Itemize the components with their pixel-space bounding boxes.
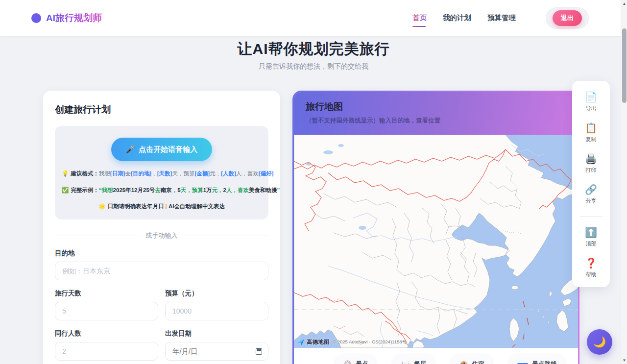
legend-label: 景点 <box>356 360 368 364</box>
star-icon: 🌟 <box>98 203 105 209</box>
destination-label: 目的地 <box>55 249 268 258</box>
navbar: AI旅行规划师 首页 我的计划 预算管理 退出 <box>0 0 627 36</box>
hint-format: 💡建议格式：我想[日期]去[目的地]，[天数]天，预算[金额]元，[人数]人，喜… <box>62 170 262 178</box>
print-button[interactable]: 🖨️ 打印 <box>585 153 597 174</box>
days-label: 旅行天数 <box>55 289 158 298</box>
copy-button[interactable]: 📋 复制 <box>585 122 597 143</box>
voice-input-box: 🎤 点击开始语音输入 💡建议格式：我想[日期]去[目的地]，[天数]天，预算[金… <box>55 126 268 219</box>
china-map-graphic <box>294 135 578 348</box>
question-mark-icon: ❓ <box>585 258 597 268</box>
toolbar-divider <box>580 216 603 217</box>
nav-item-budget[interactable]: 预算管理 <box>487 13 516 23</box>
hint-example: ✅完整示例：“我想2025年12月25号去南京，5天，预算1万元，2人，喜欢美食… <box>62 186 262 194</box>
check-icon: ✅ <box>62 187 69 193</box>
map-legend: 🎡 景点 🍽️ 餐厅 🏨 住宿 景点路线 <box>294 348 578 364</box>
lightbulb-icon: 💡 <box>62 170 69 176</box>
nav-item-home[interactable]: 首页 <box>412 13 427 23</box>
link-icon: 🔗 <box>585 184 597 195</box>
page: AI旅行规划师 首页 我的计划 预算管理 退出 让AI帮你规划完美旅行 只需告诉… <box>0 0 627 364</box>
destination-input[interactable] <box>55 262 268 280</box>
travel-map-card: 旅行地图 （暂不支持国外路线显示）输入目的地，查看位置 <box>292 91 579 364</box>
legend-label: 景点路线 <box>532 360 556 364</box>
travel-map-inner: 旅行地图 （暂不支持国外路线显示）输入目的地，查看位置 <box>294 92 578 364</box>
restaurant-icon: 🍽️ <box>401 360 410 364</box>
page-title: 让AI帮你规划完美旅行 <box>0 39 627 59</box>
app-logo: AI旅行规划师 <box>31 12 102 24</box>
legend-attractions[interactable]: 🎡 景点 <box>336 355 375 364</box>
legend-route[interactable]: 景点路线 <box>510 355 564 364</box>
page-scrollbar[interactable]: ▲ ▼ <box>621 0 627 364</box>
microphone-icon: 🎤 <box>126 145 135 154</box>
map-subtitle: （暂不支持国外路线显示）输入目的地，查看位置 <box>306 117 566 125</box>
date-input[interactable]: 年/月/日 <box>165 342 268 361</box>
map-header: 旅行地图 （暂不支持国外路线显示）输入目的地，查看位置 <box>294 92 578 135</box>
nav-item-my-plans[interactable]: 我的计划 <box>443 13 471 23</box>
divider-line <box>185 236 268 236</box>
ferris-wheel-icon: 🎡 <box>343 360 352 364</box>
amap-copyright: © 2025 AutoNavi - GS(2024)1158号 <box>333 339 407 345</box>
hotel-icon: 🏨 <box>459 360 468 364</box>
app-title: AI旅行规划师 <box>46 12 102 24</box>
map-title: 旅行地图 <box>306 100 566 113</box>
legend-restaurants[interactable]: 🍽️ 餐厅 <box>394 355 433 364</box>
legend-label: 餐厅 <box>414 360 426 364</box>
moon-icon: 🌙 <box>593 336 606 348</box>
amap-logo-icon <box>297 339 305 346</box>
scroll-down-arrow-icon[interactable]: ▼ <box>621 358 627 363</box>
nav-links: 首页 我的计划 预算管理 退出 <box>412 7 589 29</box>
legend-hotels[interactable]: 🏨 住宿 <box>452 355 491 364</box>
voice-input-button[interactable]: 🎤 点击开始语音输入 <box>111 138 212 161</box>
people-input[interactable] <box>55 342 158 361</box>
voice-button-label: 点击开始语音输入 <box>139 145 197 154</box>
legend-label: 住宿 <box>472 360 484 364</box>
amap-brand-text: 高德地图 <box>307 339 329 346</box>
calendar-icon[interactable] <box>256 348 262 355</box>
floating-toolbar: 📄 导出 📋 复制 🖨️ 打印 🔗 分享 ⬆️ 顶部 ❓ 帮助 <box>572 81 610 287</box>
amap-attribution: 高德地图 © 2025 AutoNavi - GS(2024)1158号 <box>297 339 407 346</box>
scrollbar-thumb[interactable] <box>622 28 627 103</box>
budget-label: 预算（元） <box>165 289 268 298</box>
logout-pill: 退出 <box>546 7 589 29</box>
budget-input[interactable] <box>165 302 268 320</box>
create-plan-card: 创建旅行计划 🎤 点击开始语音输入 💡建议格式：我想[日期]去[目的地]，[天数… <box>43 91 280 364</box>
export-document-icon: 📄 <box>585 92 597 102</box>
export-button[interactable]: 📄 导出 <box>585 92 597 112</box>
clipboard-icon: 📋 <box>585 122 597 133</box>
logout-button[interactable]: 退出 <box>553 10 582 26</box>
people-label: 同行人数 <box>55 329 158 338</box>
up-arrow-icon: ⬆️ <box>585 227 597 238</box>
hint-note: 🌟日期请明确表达年月日 | AI会自动理解中文表达 <box>62 202 262 211</box>
theme-toggle-button[interactable]: 🌙 <box>587 329 612 355</box>
map-canvas[interactable]: 高德地图 © 2025 AutoNavi - GS(2024)1158号 <box>294 135 578 348</box>
share-button[interactable]: 🔗 分享 <box>585 184 597 205</box>
date-label: 出发日期 <box>165 329 268 338</box>
date-value: 年/月/日 <box>172 347 198 356</box>
logo-circle-icon <box>31 13 41 23</box>
divider-line <box>56 236 139 236</box>
days-input[interactable] <box>55 302 158 320</box>
help-button[interactable]: ❓ 帮助 <box>585 258 597 278</box>
divider-label: 或手动输入 <box>146 231 178 240</box>
manual-input-divider: 或手动输入 <box>56 231 267 240</box>
create-plan-title: 创建旅行计划 <box>55 103 268 116</box>
scroll-top-button[interactable]: ⬆️ 顶部 <box>585 227 597 247</box>
scroll-up-arrow-icon[interactable]: ▲ <box>621 1 627 6</box>
printer-icon: 🖨️ <box>585 153 597 164</box>
page-subtitle: 只需告诉我你的想法，剩下的交给我 <box>0 62 627 71</box>
